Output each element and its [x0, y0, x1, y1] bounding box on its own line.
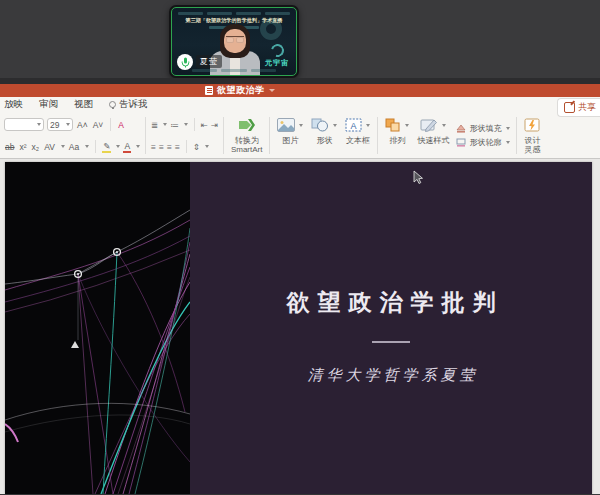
video-bottom-ticker — [192, 69, 276, 72]
clear-formatting-button[interactable]: A — [117, 120, 125, 130]
slide[interactable]: 欲望政治学批判 清华大学哲学系夏莹 — [5, 162, 592, 494]
video-top-ticker — [178, 12, 290, 15]
increase-font-button[interactable]: A˄ — [76, 120, 89, 130]
shape-format-stack: 形状填充 形状轮廓 — [453, 115, 513, 156]
change-case-button[interactable]: Aa — [68, 142, 80, 152]
document-tab[interactable]: 欲望政治学 — [205, 84, 275, 97]
quick-styles-icon — [420, 118, 438, 132]
align-right-button[interactable]: ≡ — [167, 142, 172, 152]
lightbulb-icon — [109, 101, 116, 108]
chevron-down-icon — [299, 124, 303, 127]
badge-label: 元宇宙 — [265, 58, 289, 68]
divider — [377, 117, 378, 154]
slide-canvas: 欲望政治学批判 清华大学哲学系夏莹 — [0, 159, 600, 494]
font-name-select[interactable] — [4, 118, 44, 131]
document-title[interactable]: 欲望政治学 — [217, 84, 265, 97]
divider — [145, 117, 146, 154]
align-justify-button[interactable]: ≡ — [175, 142, 180, 152]
title-panel: 欲望政治学批判 清华大学哲学系夏莹 — [190, 162, 592, 494]
menu-tell-me[interactable]: 告诉我 — [109, 98, 148, 111]
mouse-cursor — [413, 170, 425, 185]
lecture-banner: 第三期「欲望政治学的哲学批判」学术直播 — [183, 18, 285, 24]
share-icon — [564, 102, 575, 113]
chevron-down-icon — [405, 124, 409, 127]
chevron-down-icon[interactable] — [269, 89, 275, 92]
chevron-down-icon — [506, 141, 510, 144]
font-color-button[interactable]: A — [123, 141, 131, 153]
arrange-icon — [385, 118, 401, 132]
increase-indent-button[interactable]: ⇥ — [211, 120, 218, 130]
divider — [269, 117, 270, 154]
presenter-name-tag: 夏莹 — [196, 55, 222, 68]
chevron-down-icon — [61, 145, 65, 148]
chevron-down-icon — [184, 123, 188, 126]
align-left-button[interactable]: ≡ — [151, 142, 156, 152]
paragraph-group: ≣ ≔ ⇤ ⇥ ≡ ≡ ≡ ≡ ⇕ — [149, 115, 220, 156]
chevron-down-icon — [37, 123, 41, 126]
menu-bar: 放映 审阅 视图 告诉我 共享 — [0, 97, 600, 112]
divider-line — [372, 341, 410, 343]
textbox-icon: A — [345, 118, 362, 132]
chevron-down-icon — [136, 145, 140, 148]
design-ideas-button[interactable]: 设计 灵感 — [520, 115, 544, 156]
decrease-indent-button[interactable]: ⇤ — [201, 120, 208, 130]
badge-emblem-icon — [268, 42, 286, 60]
design-ideas-icon — [524, 118, 540, 132]
presenter-glasses — [226, 36, 244, 42]
shape-fill-button[interactable]: 形状填充 — [456, 123, 510, 134]
desktop-background: 第三期「欲望政治学的哲学批判」学术直播 元宇宙 — [0, 0, 600, 78]
chevron-down-icon — [163, 123, 167, 126]
subscript-button[interactable]: x₂ — [31, 142, 41, 152]
convert-smartart-button[interactable]: 转换为 SmartArt — [227, 115, 267, 156]
font-size-select[interactable]: 29 — [47, 118, 73, 131]
metaverse-badge: 元宇宙 — [265, 44, 289, 68]
insert-shapes-button[interactable]: 形状 — [307, 115, 341, 156]
quick-styles-button[interactable]: 快速样式 — [413, 115, 453, 156]
menu-slideshow[interactable]: 放映 — [4, 98, 23, 111]
ribbon-toolbar: 29 A˄ A˅ A ab x² x₂ AV Aa ✎ A — [0, 112, 600, 159]
microphone-icon[interactable] — [177, 54, 193, 70]
insert-picture-button[interactable]: 图片 — [273, 115, 307, 156]
divider — [516, 117, 517, 154]
shape-outline-icon — [456, 138, 466, 147]
plexus-graphic — [5, 162, 190, 494]
chevron-down-icon — [85, 145, 89, 148]
decrease-font-button[interactable]: A˅ — [92, 120, 105, 130]
network-art-panel — [5, 162, 190, 494]
share-button[interactable]: 共享 — [557, 98, 600, 117]
line-spacing-button[interactable]: ⇕ — [193, 142, 200, 152]
menu-view[interactable]: 视图 — [74, 98, 93, 111]
numbering-button[interactable]: ≔ — [170, 120, 179, 130]
shape-outline-button[interactable]: 形状轮廓 — [456, 137, 510, 148]
chevron-down-icon — [506, 127, 510, 130]
strikethrough-button[interactable]: ab — [4, 142, 15, 152]
chevron-down-icon — [333, 124, 337, 127]
video-call-window[interactable]: 第三期「欲望政治学的哲学批判」学术直播 元宇宙 — [169, 5, 299, 78]
menu-review[interactable]: 审阅 — [39, 98, 58, 111]
insert-textbox-button[interactable]: A 文本框 — [341, 115, 374, 156]
divider — [223, 117, 224, 154]
bullets-button[interactable]: ≣ — [151, 120, 158, 130]
superscript-button[interactable]: x² — [18, 142, 27, 152]
powerpoint-window: 欲望政治学 放映 审阅 视图 告诉我 共享 29 A˄ — [0, 78, 600, 495]
shape-fill-icon — [456, 124, 466, 133]
slide-subtitle[interactable]: 清华大学哲学系夏莹 — [304, 366, 479, 385]
slide-title[interactable]: 欲望政治学批判 — [279, 288, 504, 318]
mic-glyph — [181, 57, 190, 68]
chevron-down-icon — [366, 124, 370, 127]
highlight-color-button[interactable]: ✎ — [102, 141, 111, 153]
align-center-button[interactable]: ≡ — [159, 142, 164, 152]
chevron-down-icon — [205, 145, 209, 148]
document-icon — [205, 86, 213, 95]
screen: 第三期「欲望政治学的哲学批判」学术直播 元宇宙 — [0, 0, 600, 495]
chevron-down-icon — [442, 124, 446, 127]
shapes-icon — [311, 118, 329, 132]
character-spacing-button[interactable]: AV — [43, 142, 56, 152]
chevron-down-icon — [116, 145, 120, 148]
smartart-icon — [238, 116, 256, 134]
titlebar[interactable]: 欲望政治学 — [0, 84, 600, 97]
font-group: 29 A˄ A˅ A ab x² x₂ AV Aa ✎ A — [2, 115, 142, 156]
svg-text:A: A — [351, 121, 357, 131]
chevron-down-icon — [66, 123, 70, 126]
arrange-button[interactable]: 排列 — [381, 115, 413, 156]
